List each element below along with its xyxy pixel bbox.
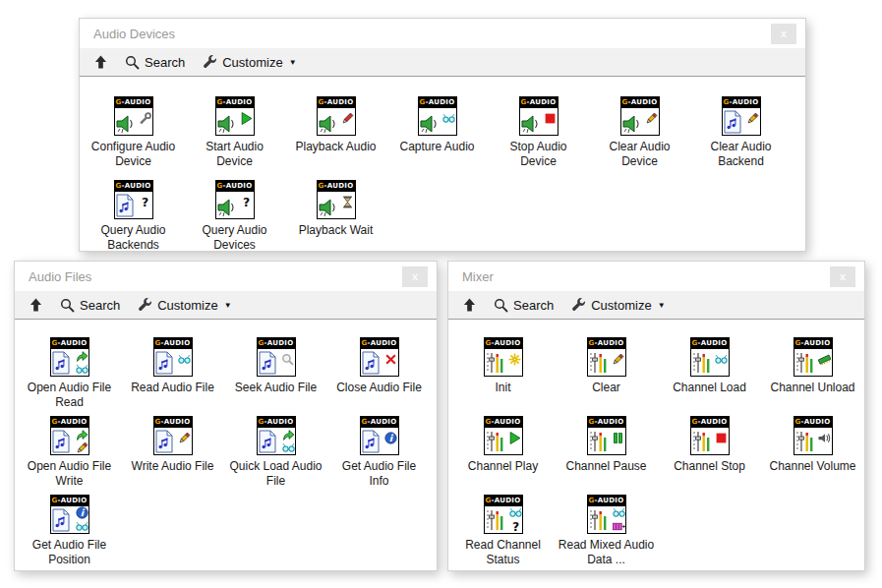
configure-audio-device-icon: G-AUDIO bbox=[114, 96, 153, 136]
palette-item-label: Get Audio File Position bbox=[22, 538, 118, 567]
palette-item-label: Close Audio File bbox=[336, 381, 422, 395]
palette-item[interactable]: G-AUDIOChannel Unload bbox=[761, 337, 864, 414]
g-audio-banner: G-AUDIO bbox=[361, 338, 398, 349]
palette-content: G-AUDIOOpen Audio File ReadG-AUDIORead A… bbox=[15, 319, 437, 570]
clear-audio-device-icon: G-AUDIO bbox=[620, 96, 660, 136]
mixer-icon bbox=[795, 351, 815, 375]
customize-button[interactable]: Customize ▼ bbox=[568, 296, 668, 315]
g-audio-banner: G-AUDIO bbox=[258, 417, 295, 428]
palette-item[interactable]: G-AUDIOCapture Audio bbox=[386, 96, 488, 177]
magnifier-icon bbox=[281, 353, 294, 366]
g-audio-banner: G-AUDIO bbox=[318, 181, 355, 192]
g-audio-banner: G-AUDIO bbox=[794, 417, 832, 428]
seek-audio-file-icon: G-AUDIO bbox=[257, 337, 296, 377]
glasses-icon bbox=[76, 363, 88, 376]
palette-item[interactable]: G-AUDIORead Audio File bbox=[121, 337, 224, 414]
palette-item[interactable]: G-AUDIOOpen Audio File Read bbox=[18, 337, 121, 414]
search-button[interactable]: Search bbox=[122, 53, 188, 72]
palette-item[interactable]: G-AUDIOStart Audio Device bbox=[184, 96, 285, 177]
palette-item[interactable]: G-AUDIOChannel Play bbox=[451, 416, 555, 493]
search-label: Search bbox=[145, 55, 185, 70]
palette-item-label: Open Audio File Write bbox=[22, 459, 118, 489]
palette-item[interactable]: G-AUDIOSeek Audio File bbox=[224, 337, 327, 414]
palette-item[interactable]: G-AUDIORead Mixed Audio Data ... bbox=[555, 495, 658, 570]
customize-button[interactable]: Customize ▼ bbox=[135, 296, 234, 315]
open-audio-file-read-icon: G-AUDIO bbox=[50, 337, 89, 377]
ram-icon bbox=[818, 353, 831, 366]
pencil-yellow-icon bbox=[178, 432, 191, 444]
palette-item-label: Channel Play bbox=[468, 459, 538, 474]
palette-item-label: Query Audio Backends bbox=[86, 223, 182, 251]
palette-item-label: Clear Audio Device bbox=[592, 140, 688, 169]
palette-item[interactable]: G-AUDIO?Query Audio Devices bbox=[184, 180, 285, 251]
palette-item[interactable]: G-AUDIOChannel Load bbox=[658, 337, 761, 414]
palette-item[interactable]: G-AUDIOConfigure Audio Device bbox=[83, 96, 184, 177]
titlebar[interactable]: Audio Devices x bbox=[80, 19, 805, 48]
mixer-icon bbox=[795, 430, 815, 453]
palette-item[interactable]: G-AUDIO?Read Channel Status bbox=[451, 495, 555, 570]
file-icon bbox=[724, 110, 741, 134]
customize-label: Customize bbox=[591, 298, 651, 313]
palette-grid: G-AUDIOInitG-AUDIOClearG-AUDIOChannel Lo… bbox=[448, 320, 864, 570]
mixer-icon bbox=[486, 430, 505, 453]
palette-item[interactable]: G-AUDIOStop Audio Device bbox=[488, 96, 589, 177]
caret-down-icon: ▼ bbox=[658, 301, 666, 310]
palette-item[interactable]: G-AUDIOWrite Audio File bbox=[121, 416, 224, 493]
palette-item[interactable]: G-AUDIOClose Audio File bbox=[327, 337, 431, 414]
query-audio-backends-icon: G-AUDIO? bbox=[114, 180, 153, 219]
close-button[interactable]: x bbox=[771, 24, 796, 44]
palette-item[interactable]: G-AUDIO?Query Audio Backends bbox=[83, 180, 184, 251]
channel-play-icon: G-AUDIO bbox=[484, 416, 523, 455]
titlebar[interactable]: Mixer x bbox=[448, 262, 864, 291]
file-icon bbox=[52, 351, 70, 375]
g-audio-banner: G-AUDIO bbox=[154, 417, 192, 428]
palette-item-label: Start Audio Device bbox=[187, 140, 283, 169]
palette-item[interactable]: G-AUDIOPlayback Wait bbox=[285, 180, 386, 251]
g-audio-banner: G-AUDIO bbox=[216, 97, 254, 108]
search-label: Search bbox=[513, 298, 554, 313]
palette-item[interactable]: G-AUDIOChannel Volume bbox=[761, 416, 864, 493]
file-icon bbox=[52, 430, 70, 453]
palette-item[interactable]: G-AUDIOPlayback Audio bbox=[285, 96, 386, 177]
search-button[interactable]: Search bbox=[57, 296, 123, 315]
svg-text:?: ? bbox=[511, 520, 518, 533]
palette-item[interactable]: G-AUDIOClear bbox=[555, 337, 658, 414]
customize-button[interactable]: Customize ▼ bbox=[200, 53, 299, 72]
up-button[interactable] bbox=[460, 296, 479, 314]
glasses-icon bbox=[715, 353, 728, 366]
g-audio-banner: G-AUDIO bbox=[485, 417, 522, 428]
mixer-icon bbox=[486, 351, 505, 375]
palette-item[interactable]: G-AUDIOiGet Audio File Info bbox=[327, 416, 431, 493]
write-audio-file-icon: G-AUDIO bbox=[153, 416, 193, 455]
search-button[interactable]: Search bbox=[491, 296, 557, 315]
glasses-icon bbox=[613, 506, 625, 519]
g-audio-banner: G-AUDIO bbox=[485, 338, 522, 349]
search-icon bbox=[60, 298, 75, 313]
close-button[interactable]: x bbox=[402, 266, 428, 287]
palette-item-label: Quick Load Audio File bbox=[228, 459, 324, 489]
palette-item-label: Channel Volume bbox=[769, 459, 855, 474]
wrench-icon bbox=[139, 112, 151, 125]
file-icon bbox=[155, 430, 173, 453]
up-arrow-icon bbox=[463, 298, 476, 312]
palette-item[interactable]: G-AUDIOChannel Stop bbox=[658, 416, 761, 493]
clear-icon: G-AUDIO bbox=[587, 337, 626, 377]
up-button[interactable] bbox=[91, 53, 110, 71]
palette-item[interactable]: G-AUDIOQuick Load Audio File bbox=[224, 416, 327, 493]
pencil-yellow-icon bbox=[645, 112, 658, 125]
palette-item-label: Channel Pause bbox=[565, 459, 646, 474]
palette-item[interactable]: G-AUDIOClear Audio Device bbox=[589, 96, 690, 177]
question-icon: ? bbox=[139, 196, 151, 208]
palette-item[interactable]: G-AUDIOChannel Pause bbox=[555, 416, 658, 493]
titlebar[interactable]: Audio Files x bbox=[15, 262, 437, 291]
up-button[interactable] bbox=[27, 296, 45, 314]
arrow-green-icon bbox=[76, 349, 88, 362]
palette-item[interactable]: G-AUDIOInit bbox=[451, 337, 555, 414]
palette-item[interactable]: G-AUDIOClear Audio Backend bbox=[690, 96, 792, 177]
palette-item[interactable]: G-AUDIOiGet Audio File Position bbox=[18, 495, 121, 570]
close-x-icon bbox=[384, 353, 397, 366]
info-icon: i bbox=[384, 432, 397, 444]
close-button[interactable]: x bbox=[830, 266, 855, 287]
palette-item[interactable]: G-AUDIOOpen Audio File Write bbox=[18, 416, 121, 493]
wrench-icon bbox=[571, 298, 586, 313]
